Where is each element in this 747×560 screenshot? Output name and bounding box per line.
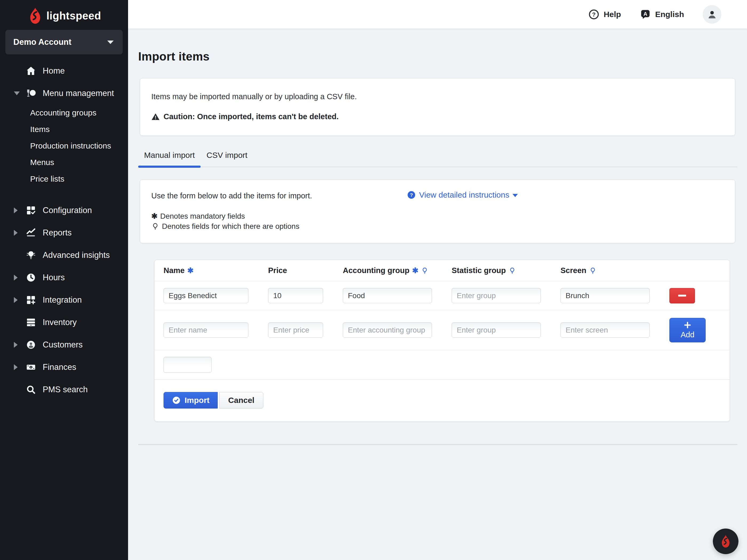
notice-intro: Items may be imported manually or by upl…: [151, 92, 724, 101]
accounting-group-input-new[interactable]: [343, 322, 432, 338]
options-bulb-icon: [589, 267, 596, 274]
sidebar-item-inventory[interactable]: Inventory: [0, 311, 128, 334]
caret-right-icon: [14, 275, 18, 281]
topbar: ? Help A English: [128, 0, 747, 29]
reports-icon: [26, 228, 43, 238]
remove-row-button[interactable]: [669, 288, 695, 303]
table-header-row: Name ✱ Price Accounting group ✱ Statisti…: [154, 260, 730, 281]
language-selector[interactable]: A English: [640, 9, 684, 20]
column-header-price: Price: [268, 266, 323, 275]
caution-text: Caution: Once imported, items can't be d…: [163, 112, 339, 121]
sidebar-item-menu-management[interactable]: Menu management: [0, 82, 128, 105]
sidebar-item-label: Home: [43, 66, 65, 76]
price-input-row1[interactable]: [268, 288, 323, 303]
account-switcher[interactable]: Demo Account: [5, 30, 123, 54]
cancel-button[interactable]: Cancel: [219, 392, 263, 408]
integration-icon: [26, 295, 43, 305]
screen-input-row1[interactable]: [561, 288, 650, 303]
import-tabs: Manual import CSV import: [138, 146, 738, 167]
options-bulb-icon: [151, 222, 159, 231]
help-button[interactable]: ? Help: [588, 9, 621, 20]
page-title: Import items: [138, 50, 738, 63]
cancel-button-label: Cancel: [228, 396, 254, 405]
sidebar-item-price-lists[interactable]: Price lists: [0, 171, 128, 187]
legend-options: Denotes fields for which there are optio…: [151, 222, 724, 231]
sidebar-nav: Home Menu management Accounting groups I…: [0, 54, 128, 401]
tab-manual-import[interactable]: Manual import: [138, 146, 201, 167]
svg-text:?: ?: [592, 11, 595, 18]
plus-icon: [683, 321, 692, 329]
extra-input[interactable]: [163, 357, 211, 373]
instructions-link-label: View detailed instructions: [419, 190, 509, 199]
sidebar-item-integration[interactable]: Integration: [0, 289, 128, 311]
inventory-icon: [26, 317, 43, 328]
minus-icon: [678, 295, 686, 296]
svg-text:?: ?: [410, 192, 413, 198]
svg-text:A: A: [643, 11, 647, 17]
sidebar-item-items[interactable]: Items: [0, 121, 128, 138]
sidebar-item-menus[interactable]: Menus: [0, 154, 128, 171]
name-input-row1[interactable]: [163, 288, 248, 303]
warning-icon: [151, 112, 160, 121]
tab-csv-import[interactable]: CSV import: [201, 146, 253, 167]
notice-card: Items may be imported manually or by upl…: [140, 78, 735, 136]
user-menu-button[interactable]: [703, 5, 721, 24]
lightspeed-flame-icon: [720, 535, 731, 548]
language-icon: A: [640, 9, 651, 20]
sidebar-item-hours[interactable]: Hours: [0, 266, 128, 289]
sidebar-item-production-instructions[interactable]: Production instructions: [0, 138, 128, 154]
sidebar-item-customers[interactable]: Customers: [0, 334, 128, 356]
finances-icon: [26, 362, 43, 373]
menu-management-icon: [26, 88, 43, 99]
import-button-label: Import: [185, 396, 209, 405]
price-input-new[interactable]: [268, 322, 323, 338]
import-button[interactable]: Import: [163, 392, 218, 408]
legend-mandatory: ✱ Denotes mandatory fields: [151, 212, 724, 220]
mandatory-asterisk-icon: ✱: [187, 267, 194, 274]
sidebar-item-advanced-insights[interactable]: Advanced insights: [0, 244, 128, 266]
sidebar-item-pms-search[interactable]: PMS search: [0, 378, 128, 401]
add-row-button[interactable]: Add: [669, 318, 706, 342]
sidebar-item-accounting-groups[interactable]: Accounting groups: [0, 105, 128, 121]
statistic-group-input-new[interactable]: [452, 322, 541, 338]
item-row-1: [154, 281, 730, 310]
sidebar-item-reports[interactable]: Reports: [0, 221, 128, 244]
app-root: lightspeed Demo Account Home Menu manage…: [0, 0, 747, 560]
sidebar-item-label: Menu management: [43, 88, 114, 98]
column-header-screen: Screen: [561, 266, 650, 275]
help-label: Help: [604, 10, 621, 19]
search-icon: [26, 384, 43, 395]
column-header-accounting-group: Accounting group ✱: [343, 266, 432, 275]
item-row-new: Add: [154, 310, 730, 350]
view-detailed-instructions-link[interactable]: ? View detailed instructions: [407, 190, 518, 199]
caret-down-icon: [513, 194, 518, 197]
clock-icon: [26, 272, 43, 283]
chevron-down-icon: [107, 41, 114, 44]
user-avatar-icon: [706, 8, 718, 20]
row1-actions: [669, 288, 721, 303]
legend: ✱ Denotes mandatory fields Denotes field…: [151, 212, 724, 231]
help-icon: ?: [588, 9, 599, 20]
item-row-extra: [154, 350, 730, 379]
accounting-group-input-row1[interactable]: [343, 288, 432, 303]
caret-down-icon: [14, 91, 20, 95]
options-bulb-icon: [421, 267, 429, 274]
screen-input-new[interactable]: [561, 322, 650, 338]
sidebar-item-configuration[interactable]: Configuration: [0, 199, 128, 221]
column-header-name: Name ✱: [163, 266, 248, 275]
statistic-group-input-row1[interactable]: [452, 288, 541, 303]
lightspeed-flame-icon: [28, 7, 42, 24]
caret-right-icon: [14, 342, 18, 348]
check-circle-icon: [172, 396, 181, 405]
customers-icon: [26, 340, 43, 350]
mandatory-asterisk-icon: ✱: [412, 267, 418, 274]
language-label: English: [655, 10, 684, 19]
section-divider: [138, 444, 738, 445]
sidebar-item-home[interactable]: Home: [0, 60, 128, 82]
lightspeed-assistant-button[interactable]: [713, 529, 739, 554]
sidebar-item-finances[interactable]: Finances: [0, 356, 128, 378]
instructions-card: Use the form below to add the items for …: [140, 180, 735, 243]
name-input-new[interactable]: [163, 322, 248, 338]
caret-right-icon: [14, 364, 18, 370]
caret-right-icon: [14, 208, 18, 213]
